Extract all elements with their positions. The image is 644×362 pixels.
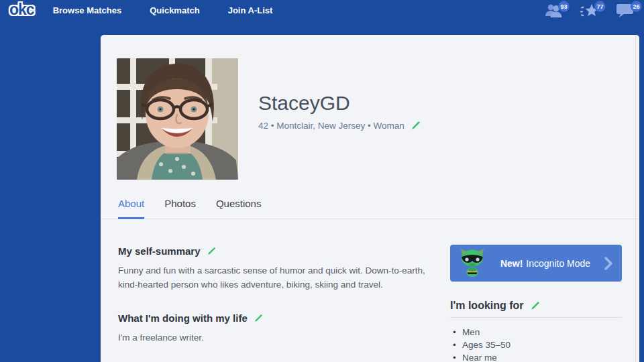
- looking-for-item-location: Near me: [450, 351, 622, 362]
- chevron-right-icon: [604, 257, 612, 270]
- tab-about[interactable]: About: [118, 198, 144, 219]
- edit-details-pencil-icon[interactable]: [411, 121, 421, 131]
- looking-for-item-gender: Men: [450, 326, 622, 339]
- raccoon-icon: [458, 247, 486, 280]
- incognito-mode-label: Incognito Mode: [526, 258, 590, 269]
- matches-notifications-button[interactable]: 93: [543, 3, 564, 19]
- profile-photo-image: [117, 58, 238, 180]
- new-badge-text: New!: [500, 258, 523, 269]
- tab-questions[interactable]: Questions: [216, 198, 262, 219]
- incognito-mode-banner[interactable]: New!Incognito Mode: [450, 245, 622, 282]
- profile-header: StaceyGD 42 • Montclair, New Jersey • Wo…: [101, 35, 639, 180]
- section-self-summary: My self-summary Funny and fun with a sar…: [118, 245, 428, 292]
- incognito-banner-text: New!Incognito Mode: [486, 258, 604, 269]
- nav-link-join-a-list[interactable]: Join A-List: [228, 5, 273, 15]
- profile-details-text: 42 • Montclair, New Jersey • Woman: [258, 121, 405, 131]
- self-summary-heading: My self-summary: [118, 245, 201, 258]
- sidebar-column: New!Incognito Mode I'm looking for: [450, 245, 622, 362]
- matches-badge: 93: [558, 1, 570, 12]
- profile-tabs: About Photos Questions: [101, 198, 639, 219]
- profile-panel: StaceyGD 42 • Montclair, New Jersey • Wo…: [101, 35, 639, 362]
- quickmatch-badge: 77: [594, 1, 606, 12]
- looking-for-item-ages: Ages 35–50: [450, 339, 622, 351]
- looking-for-list: Men Ages 35–50 Near me Who are single: [450, 326, 622, 362]
- looking-for-section: I'm looking for Men Ages 35–50 Near me W…: [450, 299, 622, 362]
- nav-link-quickmatch[interactable]: Quickmatch: [150, 5, 199, 15]
- profile-details-row: 42 • Montclair, New Jersey • Woman: [258, 121, 421, 131]
- panel-right-divider: [635, 35, 636, 362]
- section-heading-row: What I'm doing with my life: [118, 312, 428, 325]
- doing-with-life-text: I'm a freelance writer.: [118, 330, 428, 345]
- quickmatch-notifications-button[interactable]: 77: [580, 3, 600, 19]
- okcupid-logo[interactable]: okc: [9, 1, 34, 19]
- doing-with-life-heading: What I'm doing with my life: [118, 312, 248, 325]
- section-doing-with-life: What I'm doing with my life I'm a freela…: [118, 312, 428, 345]
- top-navbar: okc Browse Matches Quickmatch Join A-Lis…: [0, 0, 644, 21]
- tab-photos[interactable]: Photos: [164, 198, 196, 219]
- profile-username: StaceyGD: [258, 92, 421, 115]
- edit-self-summary-pencil-icon[interactable]: [207, 247, 216, 256]
- profile-info: StaceyGD 42 • Montclair, New Jersey • Wo…: [258, 58, 421, 180]
- about-content: My self-summary Funny and fun with a sar…: [101, 219, 639, 362]
- looking-for-heading-row: I'm looking for: [450, 299, 622, 312]
- nav-link-browse-matches[interactable]: Browse Matches: [53, 5, 122, 15]
- self-summary-text: Funny and fun with a sarcastic sense of …: [118, 263, 428, 292]
- messages-badge: 26: [631, 1, 642, 12]
- profile-photo[interactable]: [117, 58, 238, 180]
- nav-links: Browse Matches Quickmatch Join A-List: [53, 5, 273, 15]
- edit-doing-with-life-pencil-icon[interactable]: [254, 314, 263, 323]
- section-heading-row: My self-summary: [118, 245, 428, 258]
- messages-notifications-button[interactable]: 26: [616, 3, 636, 19]
- edit-looking-for-pencil-icon[interactable]: [530, 301, 540, 311]
- looking-for-divider: [450, 317, 622, 318]
- looking-for-heading: I'm looking for: [450, 299, 524, 312]
- nav-notification-icons: 93 77 26: [543, 3, 636, 19]
- essays-column: My self-summary Funny and fun with a sar…: [118, 245, 428, 362]
